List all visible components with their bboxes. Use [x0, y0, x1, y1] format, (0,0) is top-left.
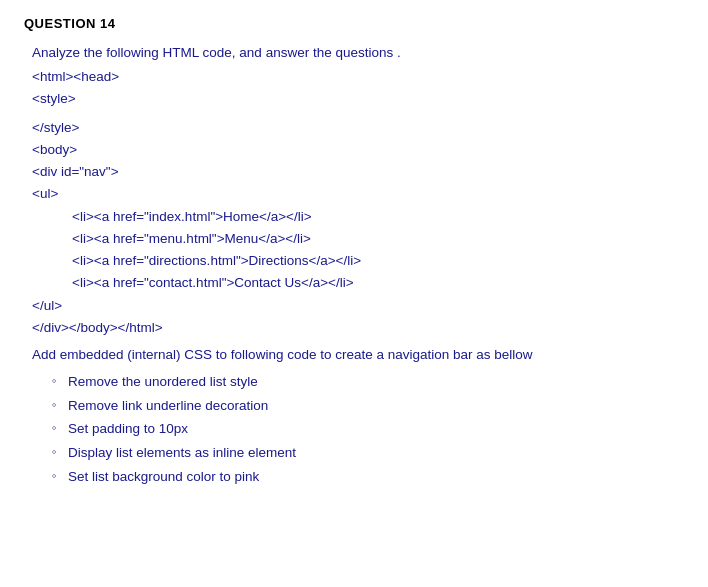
question-body: Analyze the following HTML code, and ans… [32, 45, 684, 488]
code-line-4: <body> [32, 139, 684, 161]
code-line-9: <li><a href="directions.html">Directions… [32, 250, 684, 272]
bullet-list: Remove the unordered list style Remove l… [52, 370, 684, 488]
code-line-11: </ul> [32, 295, 684, 317]
code-line-2: <style> [32, 88, 684, 110]
code-line-6: <ul> [32, 183, 684, 205]
code-line-12: </div></body></html> [32, 317, 684, 339]
bullet-item-4: Display list elements as inline element [52, 441, 684, 465]
intro-text: Analyze the following HTML code, and ans… [32, 45, 684, 60]
code-line-7: <li><a href="index.html">Home</a></li> [32, 206, 684, 228]
bullet-item-2: Remove link underline decoration [52, 394, 684, 418]
question-header: QUESTION 14 [24, 16, 684, 31]
question-container: QUESTION 14 Analyze the following HTML c… [24, 16, 684, 488]
instruction-text: Add embedded (internal) CSS to following… [32, 347, 684, 362]
code-line-3: </style> [32, 117, 684, 139]
code-line-10: <li><a href="contact.html">Contact Us</a… [32, 272, 684, 294]
code-line-1: <html><head> [32, 66, 684, 88]
code-line-8: <li><a href="menu.html">Menu</a></li> [32, 228, 684, 250]
code-block: <html><head> <style> </style> <body> <di… [32, 66, 684, 339]
code-line-5: <div id="nav"> [32, 161, 684, 183]
bullet-item-1: Remove the unordered list style [52, 370, 684, 394]
bullet-item-3: Set padding to 10px [52, 417, 684, 441]
bullet-item-5: Set list background color to pink [52, 465, 684, 489]
